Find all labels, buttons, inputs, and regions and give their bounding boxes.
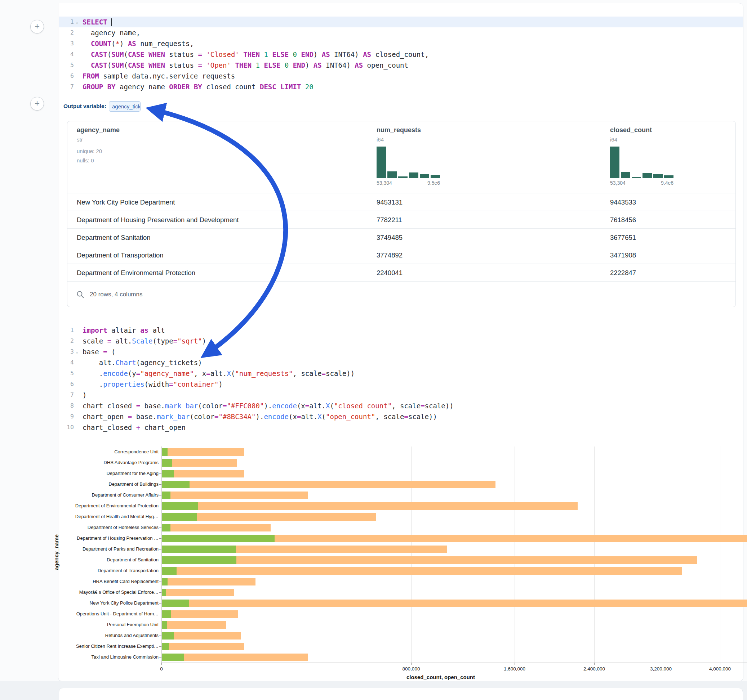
line-number: 4 [59, 357, 74, 368]
code-text: ) [83, 389, 86, 400]
line-number: 6 [59, 379, 74, 389]
table-cell: Department of Sanitation [77, 229, 151, 246]
line-number: 4 [59, 49, 74, 60]
line-number: 5 [59, 368, 74, 379]
notebook-page: + + 1⌄SELECT 2 agency_name,3 COUNT(*) AS… [0, 0, 747, 700]
code-line: 3 COUNT(*) AS num_requests, [59, 38, 742, 49]
code-text: GROUP BY agency_name ORDER BY closed_cou… [83, 81, 313, 92]
code-text: .encode(y="agency_name", x=alt.X("num_re… [83, 368, 355, 379]
code-line: 5 .encode(y="agency_name", x=alt.X("num_… [59, 368, 742, 379]
chevron-down-icon[interactable]: ⌄ [76, 346, 78, 357]
table-cell: 3471908 [610, 246, 636, 264]
code-text: COUNT(*) AS num_requests, [83, 38, 194, 49]
table-cell: 7618456 [610, 211, 636, 229]
code-text: import altair as alt [83, 325, 165, 336]
output-variable-label: Output variable: [64, 101, 106, 112]
table-summary: 20 rows, 4 columns [90, 282, 142, 308]
code-text: FROM sample_data.nyc.service_requests [83, 71, 235, 81]
code-line: 4 alt.Chart(agency_tickets) [59, 357, 742, 368]
sql-cell-editor[interactable]: 1⌄SELECT 2 agency_name,3 COUNT(*) AS num… [59, 14, 742, 94]
histogram-bar [653, 174, 663, 178]
table-cell: 9443533 [610, 193, 636, 211]
line-number: 8 [59, 400, 74, 411]
next-cell-edge [59, 688, 743, 700]
code-line: 2 agency_name, [59, 27, 742, 38]
table-row: Department of Transportation377489234719… [67, 246, 735, 264]
table-cell: 3749485 [377, 229, 402, 246]
column-type: str [77, 136, 83, 143]
table-row: Department of Environmental Protection22… [67, 264, 735, 281]
add-cell-button-middle[interactable]: + [30, 97, 44, 110]
text-cursor [111, 18, 112, 26]
result-table: agency_namestrunique: 20nulls: 0num_requ… [67, 121, 736, 307]
line-number: 7 [59, 81, 74, 92]
line-number: 5 [59, 60, 74, 71]
column-histogram [610, 146, 673, 178]
table-cell: 2240041 [377, 264, 402, 282]
line-number: 7 [59, 389, 74, 400]
code-line: 9chart_open = base.mark_bar(color="#8BC3… [59, 411, 742, 422]
histogram-bar [621, 172, 630, 178]
column-type: i64 [377, 136, 384, 143]
histogram-bar [409, 172, 418, 178]
column-name: num_requests [377, 127, 421, 134]
column-name: agency_name [77, 127, 119, 134]
code-line: 4 CAST(SUM(CASE WHEN status = 'Closed' T… [59, 49, 742, 60]
table-cell: Department of Transportation [77, 246, 163, 264]
column-name: closed_count [610, 127, 652, 134]
histogram-bar [387, 171, 397, 178]
code-line: 7GROUP BY agency_name ORDER BY closed_co… [59, 81, 742, 92]
code-text: .properties(width="container") [83, 379, 223, 389]
line-number: 3 [59, 346, 74, 357]
column-header-agency_name[interactable]: agency_namestrunique: 20nulls: 0 [77, 121, 192, 193]
line-number: 9 [59, 411, 74, 422]
line-number: 6 [59, 71, 74, 81]
column-meta: unique: 20 [77, 148, 102, 154]
code-line: 3⌄base = ( [59, 346, 742, 357]
line-number: 3 [59, 38, 74, 49]
search-icon[interactable] [76, 290, 85, 299]
code-text: chart_closed + chart_open [83, 422, 186, 433]
output-variable-chip[interactable]: agency_tickets [109, 101, 141, 112]
table-cell: 2222847 [610, 264, 636, 282]
code-text: base = ( [83, 346, 116, 357]
code-line: 7) [59, 389, 742, 400]
column-histogram [377, 146, 440, 178]
code-text: CAST(SUM(CASE WHEN status = 'Open' THEN … [83, 60, 408, 71]
code-text: agency_name, [83, 27, 140, 38]
histogram-bar [632, 177, 641, 178]
table-cell: Department of Housing Preservation and D… [77, 211, 239, 229]
column-meta: nulls: 0 [77, 157, 94, 163]
table-cell: 7782211 [377, 211, 402, 229]
code-text: scale = alt.Scale(type="sqrt") [83, 336, 206, 346]
histogram-bar [398, 177, 408, 178]
python-cell-editor[interactable]: 1import altair as alt2scale = alt.Scale(… [59, 322, 742, 432]
code-text: SELECT [83, 17, 112, 27]
histogram-bar [610, 146, 620, 178]
column-header-num_requests[interactable]: num_requestsi6453,3049.5e6 [377, 121, 492, 193]
code-text: CAST(SUM(CASE WHEN status = 'Closed' THE… [83, 49, 429, 60]
table-cell: 3677651 [610, 229, 636, 246]
code-line: 1⌄SELECT [59, 17, 742, 27]
code-line: 8chart_closed = base.mark_bar(color="#FF… [59, 400, 742, 411]
histogram-bar [377, 146, 386, 178]
code-text: chart_open = base.mark_bar(color="#8BC34… [83, 411, 437, 422]
table-cell: 3774892 [377, 246, 402, 264]
histogram-bar [431, 175, 440, 178]
table-row: New York City Police Department945313194… [67, 193, 735, 211]
histogram-bar [643, 173, 652, 178]
line-number: 1 [59, 17, 74, 27]
code-line: 1import altair as alt [59, 325, 742, 336]
histogram-bar [420, 174, 429, 178]
code-line: 6 .properties(width="container") [59, 379, 742, 389]
histogram-max-label: 9.4e6 [610, 180, 673, 186]
histogram-max-label: 9.5e6 [377, 180, 440, 186]
code-line: 10chart_closed + chart_open [59, 422, 742, 433]
add-cell-button-top[interactable]: + [30, 20, 44, 33]
code-line: 5 CAST(SUM(CASE WHEN status = 'Open' THE… [59, 60, 742, 71]
code-line: 6FROM sample_data.nyc.service_requests [59, 71, 742, 81]
chevron-down-icon[interactable]: ⌄ [76, 17, 78, 27]
code-line: 2scale = alt.Scale(type="sqrt") [59, 336, 742, 346]
column-header-closed_count[interactable]: closed_counti6453,3049.4e6 [610, 121, 725, 193]
code-text: chart_closed = base.mark_bar(color="#FFC… [83, 400, 454, 411]
